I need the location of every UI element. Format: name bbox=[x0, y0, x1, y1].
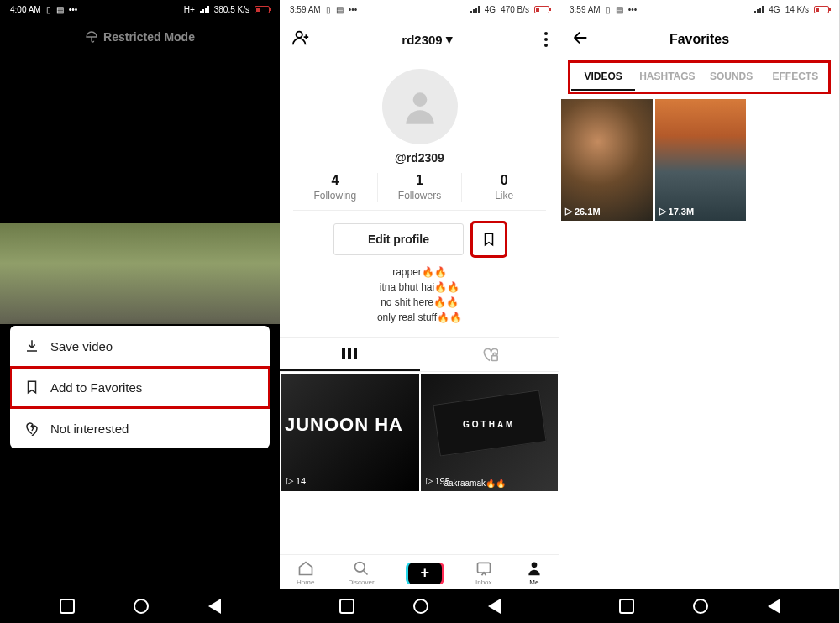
profile-tabs bbox=[280, 337, 559, 372]
status-notif-icon: ▤ bbox=[336, 5, 344, 14]
nav-home-icon[interactable] bbox=[134, 599, 149, 614]
tab-videos[interactable]: VIDEOS bbox=[571, 64, 635, 91]
android-nav-bar bbox=[0, 589, 280, 623]
nav-label: Home bbox=[297, 578, 314, 586]
profile-title[interactable]: rd2309 ▾ bbox=[402, 32, 452, 47]
status-time: 4:00 AM bbox=[10, 5, 41, 14]
add-friend-button[interactable] bbox=[291, 29, 310, 50]
nav-back-icon[interactable] bbox=[208, 599, 221, 614]
bio-line: rapper🔥🔥 bbox=[280, 264, 559, 280]
play-icon: ▷ bbox=[286, 475, 293, 486]
status-net-rate: 14 K/s bbox=[785, 5, 809, 14]
battery-icon bbox=[255, 6, 270, 13]
screen-video-longpress: 4:00 AM ▯ ▤ ••• H+ 380.5 K/s Restricted … bbox=[0, 0, 280, 623]
menu-add-favorites[interactable]: Add to Favorites bbox=[10, 367, 270, 408]
stat-label: Like bbox=[462, 190, 546, 202]
edit-profile-button[interactable]: Edit profile bbox=[333, 223, 464, 255]
status-sim-icon: ▯ bbox=[326, 5, 331, 14]
feed-item[interactable]: JUNOON HA ▷ 14 bbox=[281, 374, 419, 491]
play-icon: ▷ bbox=[426, 475, 433, 486]
svg-point-0 bbox=[297, 32, 302, 38]
status-network: 4G bbox=[769, 5, 780, 14]
nav-label: Discover bbox=[348, 578, 374, 586]
svg-point-1 bbox=[412, 92, 427, 107]
svg-rect-3 bbox=[348, 348, 351, 359]
heart-lock-icon bbox=[481, 346, 498, 363]
views-count: 17.3M bbox=[669, 207, 695, 217]
nav-label: Inbox bbox=[475, 578, 492, 586]
status-network: 4G bbox=[485, 5, 496, 14]
umbrella-icon bbox=[85, 30, 98, 44]
feed-item[interactable]: GOTHAM ▷ 195 aakraamak🔥🔥 bbox=[421, 374, 559, 491]
stat-value: 1 bbox=[378, 173, 462, 188]
nav-back-icon[interactable] bbox=[488, 599, 501, 614]
tab-feed[interactable] bbox=[280, 338, 420, 371]
menu-not-interested-label: Not interested bbox=[50, 421, 129, 436]
stat-followers[interactable]: 1 Followers bbox=[377, 173, 462, 202]
restricted-mode-row[interactable]: Restricted Mode bbox=[0, 18, 280, 55]
status-time: 3:59 AM bbox=[290, 5, 321, 14]
views-count: 26.1M bbox=[575, 207, 601, 217]
battery-icon bbox=[814, 6, 829, 13]
svg-point-6 bbox=[355, 563, 365, 573]
menu-not-interested[interactable]: Not interested bbox=[10, 408, 270, 448]
feed-grid: JUNOON HA ▷ 14 GOTHAM ▷ 195 aakraamak🔥🔥 bbox=[280, 372, 559, 493]
menu-save-video[interactable]: Save video bbox=[10, 326, 270, 367]
profile-name: rd2309 bbox=[402, 33, 442, 47]
nav-home-icon[interactable] bbox=[693, 599, 708, 614]
page-title: Favorites bbox=[590, 32, 809, 47]
back-button[interactable] bbox=[571, 29, 590, 50]
video-area[interactable]: Save video Add to Favorites Not interest… bbox=[0, 55, 280, 589]
broken-heart-icon bbox=[24, 420, 40, 437]
android-nav-bar bbox=[280, 589, 559, 623]
username: @rd2309 bbox=[280, 151, 559, 165]
nav-label: Me bbox=[529, 578, 538, 586]
stats-row: 4 Following 1 Followers 0 Like bbox=[293, 173, 546, 211]
favorites-header: Favorites bbox=[559, 18, 839, 60]
avatar[interactable] bbox=[382, 69, 458, 144]
nav-discover[interactable]: Discover bbox=[348, 560, 374, 586]
search-icon bbox=[353, 560, 370, 577]
stat-value: 4 bbox=[293, 173, 377, 188]
favorite-item[interactable]: ▷ 17.3M bbox=[655, 99, 747, 221]
favorite-item[interactable]: ▷ 26.1M bbox=[561, 99, 653, 221]
stat-label: Following bbox=[293, 190, 377, 202]
more-menu-button[interactable] bbox=[544, 32, 548, 47]
tab-hashtags[interactable]: HASHTAGS bbox=[635, 64, 699, 91]
nav-recent-icon[interactable] bbox=[60, 599, 75, 614]
status-notif-icon: ▤ bbox=[56, 5, 64, 14]
bio-line: no shit here🔥🔥 bbox=[280, 295, 559, 310]
feed-caption: GOTHAM bbox=[424, 420, 555, 429]
create-button[interactable]: + bbox=[408, 563, 442, 584]
nav-back-icon[interactable] bbox=[768, 599, 780, 614]
bio-line: only real stuff🔥🔥 bbox=[280, 310, 559, 325]
menu-save-label: Save video bbox=[50, 339, 113, 353]
bottom-nav: Home Discover + Inbox Me bbox=[280, 554, 559, 589]
grid-icon bbox=[342, 348, 357, 359]
favorites-grid: ▷ 26.1M ▷ 17.3M bbox=[559, 94, 839, 226]
svg-rect-4 bbox=[354, 348, 357, 359]
inbox-icon bbox=[475, 560, 492, 577]
status-more-icon: ••• bbox=[349, 5, 358, 14]
nav-inbox[interactable]: Inbox bbox=[475, 560, 492, 586]
arrow-left-icon bbox=[571, 29, 590, 47]
favorites-button[interactable] bbox=[472, 222, 506, 256]
stat-label: Followers bbox=[378, 190, 462, 202]
play-icon: ▷ bbox=[659, 206, 666, 217]
stat-following[interactable]: 4 Following bbox=[293, 173, 377, 202]
bookmark-icon bbox=[24, 379, 40, 395]
nav-recent-icon[interactable] bbox=[619, 599, 634, 614]
svg-point-8 bbox=[532, 563, 538, 568]
home-icon bbox=[297, 560, 314, 577]
tab-effects[interactable]: EFFECTS bbox=[764, 64, 827, 91]
tab-liked[interactable] bbox=[420, 338, 560, 371]
stat-like[interactable]: 0 Like bbox=[461, 173, 546, 202]
tab-sounds[interactable]: SOUNDS bbox=[700, 64, 764, 91]
feed-caption: JUNOON HA bbox=[285, 414, 416, 436]
battery-icon bbox=[534, 6, 549, 13]
nav-recent-icon[interactable] bbox=[339, 599, 354, 614]
nav-home-icon[interactable] bbox=[413, 599, 428, 614]
play-icon: ▷ bbox=[565, 206, 572, 217]
nav-home[interactable]: Home bbox=[297, 560, 314, 586]
nav-me[interactable]: Me bbox=[526, 560, 543, 586]
